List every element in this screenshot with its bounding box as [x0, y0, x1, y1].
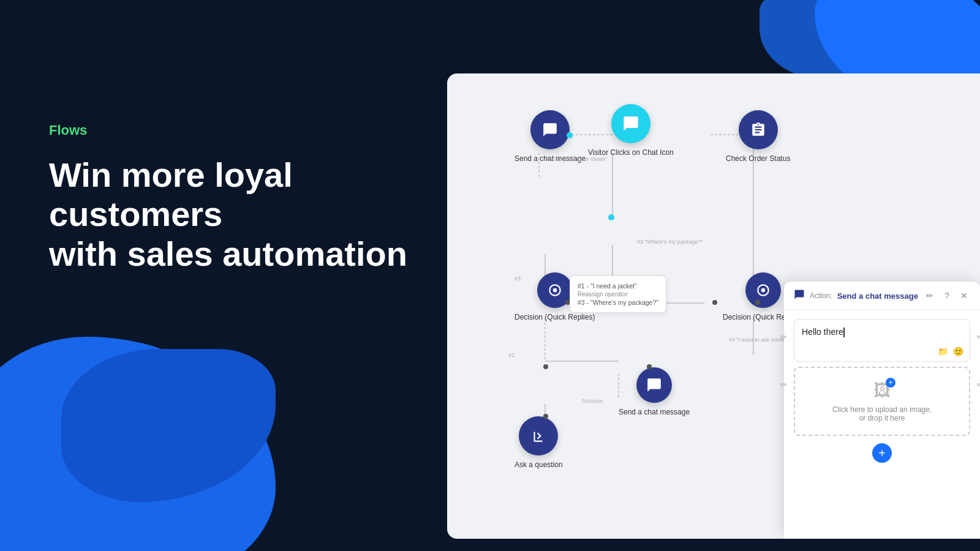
action-label-text: Action: [810, 291, 832, 300]
action-panel-icons: ✏ ? × [924, 290, 970, 302]
check-order-label: Check Order Status [726, 154, 790, 163]
action-panel-title: Action: Send a chat message [794, 289, 918, 302]
message-box-icons: 📁 🙂 [938, 347, 963, 356]
dot-8 [543, 414, 548, 419]
ask-question-label: Ask a question [514, 460, 563, 469]
dot-4 [712, 300, 717, 305]
upload-plus-badge: + [886, 378, 895, 388]
decision-item-reassign: Reassign operator [578, 291, 658, 298]
image-upload-area[interactable]: 🖼 + Click here to upload an image, or dr… [794, 367, 970, 436]
add-button[interactable]: + [872, 443, 892, 463]
edit-icon-right[interactable]: ✏ [977, 332, 980, 342]
edge-label-4: #2 [508, 352, 514, 358]
dot-7 [543, 364, 548, 369]
image-upload-text-line2: or drop it here [859, 414, 905, 422]
close-button[interactable]: × [958, 290, 970, 302]
emoji-icon[interactable]: 🙂 [953, 347, 963, 356]
send-chat-bottom-icon [636, 367, 672, 403]
edge-label-success: Success [582, 398, 603, 404]
text-cursor [843, 328, 845, 337]
action-panel-chat-icon [794, 289, 805, 302]
headline-line1: Win more loyal customers [49, 156, 293, 233]
edit-icon-upload-left[interactable]: ✏ [780, 380, 787, 389]
dot-6 [647, 364, 652, 369]
decision-item-1: #1 - "I need a jacket" [578, 282, 658, 290]
dot-1 [567, 132, 573, 138]
edit-icon[interactable]: ✏ [924, 290, 936, 302]
edge-label-5: #3 [514, 276, 521, 282]
action-panel-header: Action: Send a chat message ✏ ? × [784, 282, 980, 310]
edit-icon-left[interactable]: ✏ [780, 332, 787, 342]
decision2-icon [745, 272, 781, 308]
send-chat-bottom-label: Send a chat message [619, 408, 690, 416]
node-send-chat-bottom[interactable]: Send a chat message [619, 367, 690, 416]
edit-icon-upload-right[interactable]: ✏ [977, 380, 980, 389]
left-content: Flows Win more loyal customers with sale… [49, 122, 453, 274]
image-upload-icon: 🖼 + [873, 380, 891, 400]
dot-5 [755, 300, 760, 305]
headline: Win more loyal customers with sales auto… [49, 156, 453, 274]
node-visitor-click[interactable]: Visitor Clicks on Chat Icon [588, 104, 674, 157]
main-panel: Visitor Clicks on Chat Icon Send a chat … [447, 73, 980, 539]
decision1-label: Decision (Quick Replies) [514, 313, 595, 321]
node-ask-question[interactable]: Ask a question [514, 416, 563, 469]
message-text-content: Hello there [802, 327, 843, 337]
svg-point-14 [552, 288, 557, 293]
check-order-icon [739, 110, 778, 149]
edge-label-2: #3 "Where's my package?" [637, 239, 703, 245]
visitor-click-icon [611, 104, 650, 143]
ask-question-icon [519, 416, 558, 455]
folder-icon[interactable]: 📁 [938, 347, 948, 356]
send-chat-top-icon [530, 110, 570, 149]
headline-line2: with sales automation [49, 234, 407, 273]
decision-popup: #1 - "I need a jacket" Reassign operator… [570, 276, 666, 313]
dot-2 [608, 214, 614, 220]
action-name-text: Send a chat message [837, 291, 918, 301]
action-panel: Action: Send a chat message ✏ ? × ✏ Hell… [784, 282, 980, 539]
message-text: Hello there [802, 327, 962, 337]
edge-label-1: #2 "I'm looking for shoes" [545, 156, 607, 162]
image-upload-text-line1: Click here to upload an image, [832, 405, 932, 414]
message-box[interactable]: Hello there 📁 🙂 [794, 319, 970, 362]
flows-label: Flows [49, 122, 453, 138]
node-send-chat-top[interactable]: Send a chat message [514, 110, 586, 163]
help-icon[interactable]: ? [941, 290, 953, 302]
svg-point-16 [761, 288, 765, 293]
decision-item-3: #3 - "Where's my package?" [578, 299, 658, 306]
node-check-order[interactable]: Check Order Status [726, 110, 790, 163]
visitor-click-label: Visitor Clicks on Chat Icon [588, 148, 674, 157]
